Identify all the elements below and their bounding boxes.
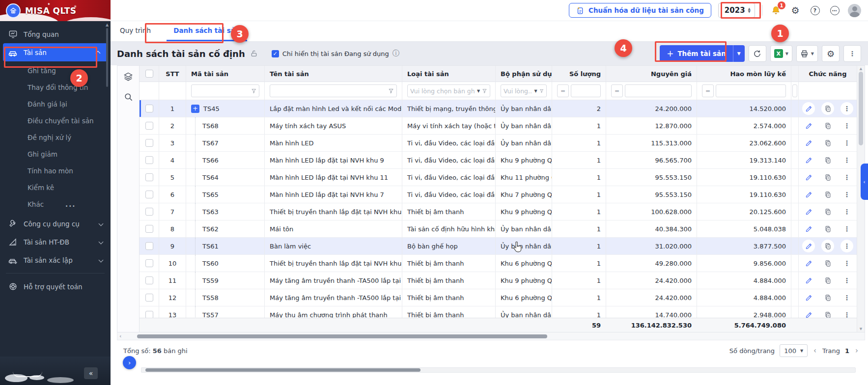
- edit-button[interactable]: [802, 291, 815, 304]
- duplicate-button[interactable]: [821, 188, 834, 201]
- row-checkbox[interactable]: [145, 311, 153, 318]
- filter-ten-tai-san[interactable]: [273, 87, 386, 95]
- equals-operator[interactable]: =: [702, 84, 714, 97]
- row-more-button[interactable]: ⋮: [840, 291, 853, 304]
- row-more-button[interactable]: ⋮: [840, 154, 853, 166]
- side-panel-toggle[interactable]: ‹: [861, 164, 868, 200]
- equals-operator[interactable]: =: [611, 84, 623, 97]
- tab-quy-trinh[interactable]: Quy trình: [117, 21, 154, 41]
- sidebar-subitem-5[interactable]: Đề nghị xử lý: [0, 129, 111, 146]
- info-icon[interactable]: ⓘ: [392, 49, 399, 58]
- in-use-filter-checkbox[interactable]: ✓ Chỉ hiển thị tài sản Đang sử dụng ⓘ: [272, 49, 399, 58]
- col-so-luong[interactable]: Số lượng: [552, 66, 606, 82]
- table-row[interactable]: 3 TS67 Màn hình LED Ti vi, đầu Video, cá…: [140, 135, 857, 152]
- funnel-icon[interactable]: [251, 88, 256, 94]
- horizontal-scrollbar[interactable]: ‹: [117, 332, 865, 340]
- row-more-button[interactable]: ⋮: [840, 274, 853, 287]
- row-checkbox[interactable]: [145, 208, 153, 216]
- col-bo-phan[interactable]: Bộ phận sử dụng: [496, 66, 552, 82]
- row-checkbox[interactable]: [145, 191, 153, 198]
- edit-button[interactable]: [802, 240, 815, 252]
- notifications-button[interactable]: 1: [769, 4, 782, 17]
- sidebar-subitem-4[interactable]: Điều chuyển tài sản: [0, 112, 111, 129]
- duplicate-button[interactable]: [821, 137, 834, 149]
- col-ma-tai-san[interactable]: Mã tài sản: [186, 66, 265, 82]
- select-all-checkbox[interactable]: [145, 70, 153, 78]
- scroll-left-icon[interactable]: ‹: [119, 333, 121, 339]
- duplicate-button[interactable]: [821, 171, 834, 184]
- dropdown-caret-icon[interactable]: ▼: [477, 89, 480, 93]
- row-checkbox[interactable]: [145, 294, 153, 302]
- add-asset-dropdown[interactable]: ▼: [733, 51, 745, 56]
- table-row[interactable]: 10 TS60 Thiết bị truyền thanh lắp đặt tạ…: [140, 255, 857, 272]
- row-more-button[interactable]: ⋮: [840, 188, 853, 201]
- col-hao-mon[interactable]: Hao mòn lũy kế: [697, 66, 791, 82]
- sidebar-item-cong-cu-dung-cu[interactable]: Công cụ dụng cụ: [0, 215, 111, 233]
- sidebar-subitem-6[interactable]: Ghi giảm: [0, 146, 111, 163]
- add-asset-button[interactable]: +Thêm tài sản ▼: [660, 45, 745, 62]
- row-checkbox[interactable]: [145, 139, 153, 147]
- unlock-icon[interactable]: [250, 50, 258, 57]
- settings-button[interactable]: ⚙: [789, 4, 802, 17]
- duplicate-button[interactable]: [821, 222, 834, 235]
- duplicate-button[interactable]: [821, 308, 834, 318]
- page-horizontal-scrollbar[interactable]: [141, 367, 856, 373]
- row-more-button[interactable]: ⋮: [840, 308, 853, 318]
- sidebar-subitem-2[interactable]: Thay đổi thông tin: [0, 79, 111, 96]
- duplicate-button[interactable]: [821, 274, 834, 287]
- row-checkbox[interactable]: [145, 225, 153, 233]
- sidebar-subitem-7[interactable]: Tính hao mòn: [0, 163, 111, 179]
- row-more-button[interactable]: ⋮: [840, 137, 853, 149]
- search-icon[interactable]: [124, 92, 133, 102]
- rows-per-page-select[interactable]: 100 ▼: [780, 344, 808, 357]
- sidebar-item-tai-san-ht-db[interactable]: Tài sản HT-ĐB: [0, 233, 111, 251]
- table-row[interactable]: 2 TS68 Máy tính xách tay ASUS Máy vi tín…: [140, 117, 857, 135]
- table-row[interactable]: 4 TS66 Màn hình LED lắp đặt tại NVH khu …: [140, 152, 857, 169]
- more-icon[interactable]: ...: [65, 200, 76, 208]
- col-stt[interactable]: STT: [159, 66, 186, 82]
- row-more-button[interactable]: ⋮: [840, 222, 853, 235]
- sidebar-item-tong-quan[interactable]: Tổng quan: [0, 25, 111, 43]
- edit-button[interactable]: [802, 222, 815, 235]
- edit-button[interactable]: [802, 205, 815, 218]
- expand-icon[interactable]: +: [191, 105, 199, 113]
- funnel-icon[interactable]: [482, 88, 487, 94]
- funnel-icon[interactable]: [539, 88, 544, 94]
- grid-settings-button[interactable]: ⚙: [822, 45, 840, 62]
- filter-bo-phan[interactable]: [504, 87, 532, 95]
- user-avatar[interactable]: [848, 4, 861, 17]
- duplicate-button[interactable]: [821, 257, 834, 270]
- table-row[interactable]: 7 TS63 Thiết bị truyền thanh lắp đặt tại…: [140, 203, 857, 220]
- edit-button[interactable]: [802, 102, 815, 115]
- scroll-up-icon[interactable]: ▲: [860, 67, 862, 71]
- row-more-button[interactable]: ⋮: [840, 257, 853, 270]
- row-checkbox[interactable]: [145, 242, 153, 250]
- row-checkbox[interactable]: [145, 122, 153, 130]
- year-selector[interactable]: 2023 ▲▼: [718, 3, 755, 18]
- edit-button[interactable]: [802, 154, 815, 166]
- table-row[interactable]: 8 TS62 Mái tôn Tài sản cố định hữu hình …: [140, 220, 857, 238]
- tab-danh-sach-tai-san[interactable]: Danh sách tài sản: [167, 21, 247, 41]
- row-more-button[interactable]: ⋮: [840, 119, 853, 132]
- duplicate-button[interactable]: [821, 240, 834, 252]
- edit-button[interactable]: [802, 171, 815, 184]
- row-more-button[interactable]: ⋮: [840, 171, 853, 184]
- expand-panel-button[interactable]: ›: [123, 356, 136, 369]
- edit-button[interactable]: [802, 274, 815, 287]
- table-row[interactable]: 1 + TS45 Lắp đặt màn hình Led và kết nối…: [140, 100, 857, 117]
- edit-button[interactable]: [802, 119, 815, 132]
- edit-button[interactable]: [802, 188, 815, 201]
- table-row[interactable]: 13 TS57 Máy thu âm chương trình phát tha…: [140, 306, 857, 318]
- scrollbar-thumb[interactable]: [137, 334, 547, 338]
- edit-button[interactable]: [802, 308, 815, 318]
- col-nguyen-gia[interactable]: Nguyên giá: [606, 66, 697, 82]
- export-dropdown-icon[interactable]: ▼: [785, 52, 788, 56]
- row-more-button[interactable]: ⋮: [840, 102, 853, 115]
- print-button[interactable]: ▼: [796, 45, 818, 62]
- export-excel-button[interactable]: X ▼: [770, 45, 792, 62]
- row-more-button[interactable]: ⋮: [840, 240, 853, 252]
- scrollbar-thumb[interactable]: [145, 368, 420, 372]
- equals-operator[interactable]: =: [557, 84, 569, 97]
- refresh-button[interactable]: [749, 45, 766, 62]
- sidebar-item-tai-san-xac-lap[interactable]: Tài sản xác lập: [0, 251, 111, 269]
